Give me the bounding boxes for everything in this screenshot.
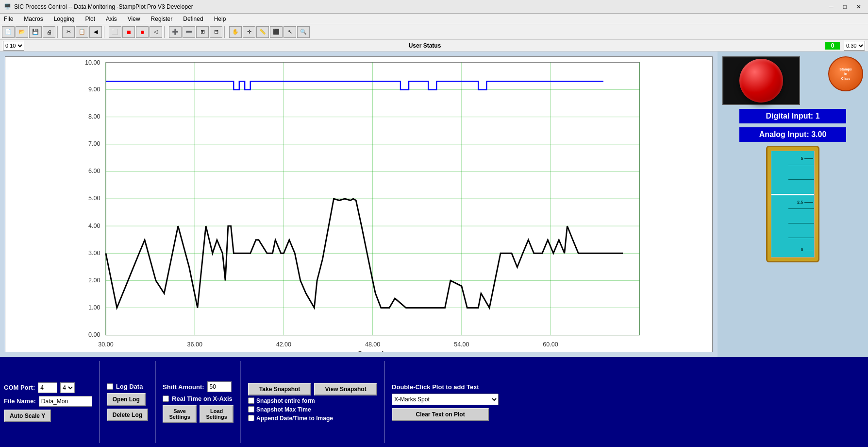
toolbar-open[interactable]: 📂: [16, 26, 28, 38]
toolbar: 📄 📂 💾 🖨 ✂ 📋 ◀ ⬜ ⏹ ⏺ ◁ ➕ ➖ ⊞ ⊟ ✋ ✛ 📏 ⬛ ↖ …: [0, 24, 868, 40]
auto-scale-y-button[interactable]: Auto Scale Y: [4, 410, 51, 422]
main-area: 0.00 1.00 2.00 3.00 4.00 5.00 6.00 7.00 …: [0, 52, 868, 357]
snapshot-max-time-checkbox[interactable]: [248, 406, 254, 413]
digital-input-display: Digital Input: 1: [739, 109, 846, 123]
take-snapshot-button[interactable]: Take Snapshot: [248, 383, 311, 395]
svg-text:48.00: 48.00: [365, 341, 380, 348]
toolbar-grid[interactable]: ⊟: [210, 26, 222, 38]
titlebar: 🖥️ SIC Process Control -- Data Monitorin…: [0, 0, 868, 14]
menubar: File Macros Logging Plot Axis View Regis…: [0, 14, 868, 24]
com-port-label: COM Port:: [4, 384, 35, 391]
svg-text:8.00: 8.00: [88, 113, 100, 120]
real-time-row: Real Time on X-Axis: [163, 395, 234, 402]
divider-2: [155, 361, 156, 443]
toolbar-measure[interactable]: 📏: [256, 26, 269, 38]
save-settings-button[interactable]: SaveSettings: [163, 405, 197, 423]
gauge-line-2: [788, 223, 814, 224]
gauge-container: 5 —— 2.5 —— 0 ——: [766, 146, 819, 262]
toolbar-save[interactable]: 💾: [29, 26, 42, 38]
append-datetime-label: Append Date/Time to Image: [256, 415, 333, 422]
load-settings-button[interactable]: LoadSettings: [200, 405, 234, 423]
maximize-button[interactable]: □: [840, 2, 850, 11]
menu-register[interactable]: Register: [149, 15, 175, 23]
toolbar-stop[interactable]: ⏹: [122, 26, 135, 38]
toolbar-fit[interactable]: ⊞: [196, 26, 209, 38]
minimize-button[interactable]: ─: [826, 2, 836, 11]
toolbar-search[interactable]: 🔍: [297, 26, 310, 38]
gauge-line-4: [788, 179, 814, 180]
menu-help[interactable]: Help: [212, 15, 228, 23]
right-panel: StampsinClass Digital Input: 1 Analog In…: [718, 52, 868, 357]
shift-section: Shift Amount: Real Time on X-Axis SaveSe…: [163, 361, 234, 443]
svg-text:2.00: 2.00: [88, 277, 100, 284]
svg-text:4.00: 4.00: [88, 223, 100, 229]
menu-logging[interactable]: Logging: [52, 15, 77, 23]
toolbar-select[interactable]: ⬛: [270, 26, 283, 38]
snapshot-max-time-label: Snapshot Max Time: [256, 406, 311, 413]
text-select-row: X-Marks Spot Arrow Circle Star Text: [392, 394, 499, 405]
statusbar: 0.10 User Status 0 0.30: [0, 40, 868, 52]
delete-log-button[interactable]: Delete Log: [107, 409, 148, 421]
toolbar-print[interactable]: 🖨: [43, 26, 55, 38]
toolbar-cursor[interactable]: ↖: [284, 26, 296, 38]
com-port-input[interactable]: [38, 382, 57, 393]
append-datetime-checkbox[interactable]: [248, 415, 254, 421]
menu-defined[interactable]: Defined: [181, 15, 205, 23]
file-name-label: File Name:: [4, 397, 36, 405]
red-button[interactable]: [739, 59, 783, 103]
titlebar-title: SIC Process Control -- Data Monitoring -…: [14, 3, 193, 10]
com-port-row: COM Port: 4: [4, 382, 92, 393]
view-snapshot-button[interactable]: View Snapshot: [314, 383, 377, 395]
menu-axis[interactable]: Axis: [104, 15, 119, 23]
plot-area[interactable]: 0.00 1.00 2.00 3.00 4.00 5.00 6.00 7.00 …: [5, 56, 713, 352]
log-data-checkbox[interactable]: [107, 383, 113, 390]
snapshot-buttons-row: Take Snapshot View Snapshot: [248, 383, 377, 395]
menu-macros[interactable]: Macros: [22, 15, 45, 23]
toolbar-copy[interactable]: 📋: [76, 26, 88, 38]
toolbar-crosshair[interactable]: ✛: [243, 26, 255, 38]
scale-select[interactable]: 0.10: [3, 41, 24, 51]
menu-view[interactable]: View: [126, 15, 142, 23]
file-name-input[interactable]: [39, 396, 92, 407]
clear-text-button[interactable]: Clear Text on Plot: [392, 408, 489, 421]
toolbar-zoom-out[interactable]: ➖: [183, 26, 195, 38]
double-click-row: Double-Click Plot to add Text: [392, 383, 499, 391]
com-port-select[interactable]: 4: [60, 382, 75, 393]
gauge-label-25: 2.5 ——: [797, 200, 813, 205]
toolbar-cut[interactable]: ✂: [62, 26, 75, 38]
svg-text:54.00: 54.00: [454, 341, 469, 348]
text-type-select[interactable]: X-Marks Spot Arrow Circle Star Text: [392, 394, 499, 405]
toolbar-new[interactable]: 📄: [2, 26, 15, 38]
plot-svg: 0.00 1.00 2.00 3.00 4.00 5.00 6.00 7.00 …: [5, 57, 712, 352]
gauge-line-25: [788, 208, 814, 209]
file-name-row: File Name:: [4, 396, 92, 407]
open-log-row: Open Log: [107, 393, 148, 406]
svg-text:6.00: 6.00: [88, 168, 100, 174]
svg-text:42.00: 42.00: [276, 341, 291, 348]
toolbar-back[interactable]: ◀: [89, 26, 102, 38]
toolbar-prev[interactable]: ◁: [150, 26, 162, 38]
svg-text:1.00: 1.00: [88, 304, 100, 311]
interval-select[interactable]: 0.30: [844, 41, 865, 51]
svg-text:0.00: 0.00: [88, 331, 100, 338]
red-button-container[interactable]: [722, 56, 800, 105]
com-port-section: COM Port: 4 File Name: Auto Scale Y: [4, 361, 92, 443]
shift-amount-input[interactable]: [207, 381, 232, 392]
toolbar-zoom-in[interactable]: ➕: [169, 26, 182, 38]
menu-plot[interactable]: Plot: [83, 15, 97, 23]
analog-input-display: Analog Input: 3.00: [739, 127, 846, 142]
toolbar-record[interactable]: ⏺: [136, 26, 149, 38]
close-button[interactable]: ✕: [853, 2, 864, 11]
auto-scale-row: Auto Scale Y: [4, 410, 92, 422]
menu-file[interactable]: File: [2, 15, 15, 23]
real-time-checkbox[interactable]: [163, 395, 169, 402]
gauge-label-0: 0 ——: [801, 247, 813, 252]
toolbar-btn5[interactable]: ⬜: [109, 26, 121, 38]
toolbar-hand[interactable]: ✋: [229, 26, 242, 38]
snapshot-entire-form-checkbox[interactable]: [248, 397, 254, 404]
divider-4: [384, 361, 385, 443]
user-status-label: User Status: [28, 42, 821, 49]
open-log-button[interactable]: Open Log: [107, 393, 146, 406]
svg-text:60.00: 60.00: [543, 341, 558, 348]
gauge-label-5: 5 ——: [801, 156, 813, 161]
